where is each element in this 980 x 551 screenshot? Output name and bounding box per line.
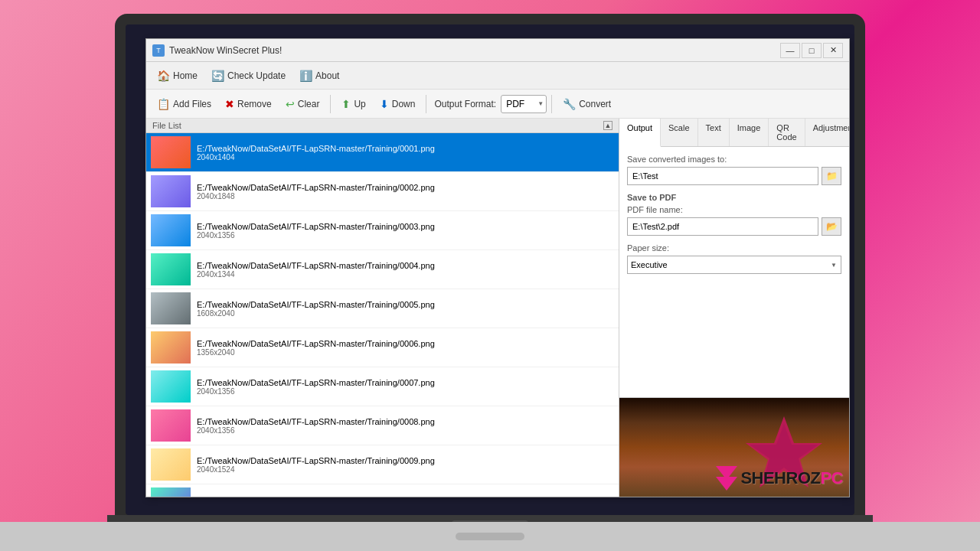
tab-text-label: Text (706, 123, 721, 132)
menu-check-update[interactable]: 🔄 Check Update (205, 67, 292, 85)
file-list-scroll[interactable]: E:/TweakNow/DataSetAI/TF-LapSRN-master/T… (146, 133, 619, 497)
save-path-input[interactable] (627, 167, 818, 185)
tab-image[interactable]: Image (730, 119, 769, 146)
file-info: E:/TweakNow/DataSetAI/TF-LapSRN-master/T… (197, 261, 435, 279)
taskbar (0, 522, 980, 551)
format-select-wrapper: PDF JPEG PNG TIFF ▼ (501, 95, 547, 113)
file-info: E:/TweakNow/DataSetAI/TF-LapSRN-master/T… (197, 339, 435, 357)
about-icon: ℹ️ (299, 70, 312, 82)
table-row[interactable]: E:/TweakNow/DataSetAI/TF-LapSRN-master/T… (146, 211, 619, 250)
tab-scale[interactable]: Scale (661, 119, 698, 146)
file-list-title: File List (152, 121, 181, 130)
taskbar-nub (456, 533, 524, 540)
file-list-header: File List ▲ (146, 119, 619, 133)
table-row[interactable]: E:/TweakNow/DataSetAI/TF-LapSRN-master/T… (146, 289, 619, 328)
table-row[interactable]: E:/TweakNow/DataSetAI/TF-LapSRN-master/T… (146, 328, 619, 367)
table-row[interactable]: E:/TweakNow/DataSetAI/TF-LapSRN-master/T… (146, 406, 619, 445)
file-path: E:/TweakNow/DataSetAI/TF-LapSRN-master/T… (197, 417, 435, 426)
watermark-triangles (716, 466, 737, 491)
maximize-button[interactable]: □ (802, 43, 822, 58)
file-info: E:/TweakNow/DataSetAI/TF-LapSRN-master/T… (197, 300, 435, 318)
down-button[interactable]: ⬇ Down (374, 93, 422, 116)
file-path: E:/TweakNow/DataSetAI/TF-LapSRN-master/T… (197, 222, 435, 231)
convert-label: Convert (579, 99, 611, 109)
menu-check-update-label: Check Update (227, 70, 286, 81)
window-title: TweakNow WinSecret Plus! (169, 45, 282, 56)
up-icon: ⬆ (341, 98, 351, 110)
menu-about-label: About (315, 70, 339, 81)
table-row[interactable]: E:/TweakNow/DataSetAI/TF-LapSRN-master/T… (146, 484, 619, 497)
file-path: E:/TweakNow/DataSetAI/TF-LapSRN-master/T… (197, 378, 435, 387)
watermark-text: SHEHROZPC (740, 468, 843, 488)
file-thumb (151, 370, 191, 403)
menu-home-label: Home (173, 70, 198, 81)
separator-3 (551, 95, 552, 113)
tabs-row: Output Scale Text Image (619, 119, 849, 147)
paper-size-label: Paper size: (627, 243, 841, 253)
paper-size-select[interactable]: Executive A4 Letter Legal A3 (627, 256, 841, 274)
file-dims: 1608x2040 (197, 309, 435, 318)
add-files-icon: 📋 (157, 98, 170, 110)
convert-button[interactable]: 🔧 Convert (557, 93, 617, 116)
scrollbar-up[interactable]: ▲ (603, 121, 612, 130)
file-dims: 2040x1356 (197, 231, 435, 240)
minimize-button[interactable]: — (780, 43, 800, 58)
up-button[interactable]: ⬆ Up (335, 93, 371, 116)
tab-text[interactable]: Text (698, 119, 730, 146)
add-files-button[interactable]: 📋 Add Files (151, 93, 217, 116)
pdf-path-input[interactable] (627, 217, 818, 236)
output-format-label: Output Format: (434, 99, 496, 109)
save-path-row: 📁 (627, 167, 841, 185)
close-button[interactable]: ✕ (823, 43, 843, 58)
home-icon: 🏠 (157, 70, 170, 82)
watermark-pc: PC (820, 468, 843, 487)
tab-qrcode-label: QR Code (776, 123, 796, 142)
browse-save-button[interactable]: 📁 (822, 167, 841, 185)
file-path: E:/TweakNow/DataSetAI/TF-LapSRN-master/T… (197, 261, 435, 270)
file-path: E:/TweakNow/DataSetAI/TF-LapSRN-master/T… (197, 339, 435, 348)
app-window: T TweakNow WinSecret Plus! — □ ✕ 🏠 Home (145, 38, 850, 497)
tab-qrcode[interactable]: QR Code (769, 119, 805, 146)
remove-icon: ✖ (225, 98, 234, 110)
main-content: File List ▲ E:/TweakNow/DataSetAI/TF-Lap… (146, 119, 849, 497)
tab-adjustments[interactable]: Adjustments (805, 119, 849, 146)
table-row[interactable]: E:/TweakNow/DataSetAI/TF-LapSRN-master/T… (146, 250, 619, 289)
menu-about[interactable]: ℹ️ About (293, 67, 345, 85)
file-info: E:/TweakNow/DataSetAI/TF-LapSRN-master/T… (197, 378, 435, 396)
clear-button[interactable]: ↩ Clear (279, 93, 326, 116)
table-row[interactable]: E:/TweakNow/DataSetAI/TF-LapSRN-master/T… (146, 367, 619, 406)
remove-button[interactable]: ✖ Remove (219, 93, 278, 116)
file-info: E:/TweakNow/DataSetAI/TF-LapSRN-master/T… (197, 495, 435, 497)
paper-size-wrapper: Executive A4 Letter Legal A3 ▼ (627, 256, 841, 274)
file-dims: 2040x1404 (197, 153, 435, 161)
file-path: E:/TweakNow/DataSetAI/TF-LapSRN-master/T… (197, 300, 435, 309)
menu-home[interactable]: 🏠 Home (151, 67, 204, 85)
panel-content: Save converted images to: 📁 Save to PDF … (619, 147, 849, 397)
add-files-label: Add Files (173, 99, 211, 109)
clear-label: Clear (298, 99, 320, 109)
file-path: E:/TweakNow/DataSetAI/TF-LapSRN-master/T… (197, 495, 435, 497)
tab-image-label: Image (737, 123, 761, 132)
browse-pdf-button[interactable]: 📂 (822, 217, 841, 236)
remove-label: Remove (237, 99, 272, 109)
table-row[interactable]: E:/TweakNow/DataSetAI/TF-LapSRN-master/T… (146, 172, 619, 211)
up-label: Up (354, 99, 365, 109)
save-label: Save converted images to: (627, 155, 841, 164)
file-path: E:/TweakNow/DataSetAI/TF-LapSRN-master/T… (197, 144, 435, 153)
file-dims: 2040x1356 (197, 426, 435, 435)
window-controls: — □ ✕ (780, 43, 843, 58)
table-row[interactable]: E:/TweakNow/DataSetAI/TF-LapSRN-master/T… (146, 133, 619, 172)
table-row[interactable]: E:/TweakNow/DataSetAI/TF-LapSRN-master/T… (146, 445, 619, 484)
file-thumb (151, 214, 191, 246)
file-path: E:/TweakNow/DataSetAI/TF-LapSRN-master/T… (197, 456, 435, 465)
folder-open-icon: 📂 (826, 221, 838, 232)
convert-icon: 🔧 (563, 98, 576, 110)
file-dims: 2040x1524 (197, 465, 435, 474)
file-list-panel: File List ▲ E:/TweakNow/DataSetAI/TF-Lap… (146, 119, 619, 497)
file-path: E:/TweakNow/DataSetAI/TF-LapSRN-master/T… (197, 183, 435, 192)
format-select[interactable]: PDF JPEG PNG TIFF (501, 95, 547, 113)
right-panel: Output Scale Text Image (619, 119, 849, 497)
file-info: E:/TweakNow/DataSetAI/TF-LapSRN-master/T… (197, 456, 435, 474)
tab-output[interactable]: Output (619, 119, 661, 147)
file-info: E:/TweakNow/DataSetAI/TF-LapSRN-master/T… (197, 222, 435, 240)
